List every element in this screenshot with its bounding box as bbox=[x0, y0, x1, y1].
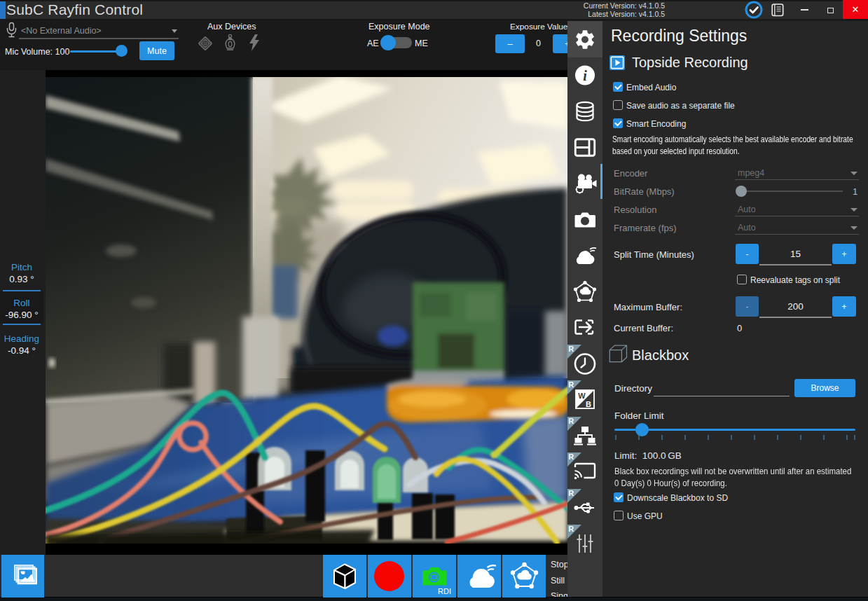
svg-text:i: i bbox=[583, 68, 587, 83]
svg-text:B: B bbox=[586, 400, 591, 408]
svg-text:W: W bbox=[578, 392, 586, 400]
